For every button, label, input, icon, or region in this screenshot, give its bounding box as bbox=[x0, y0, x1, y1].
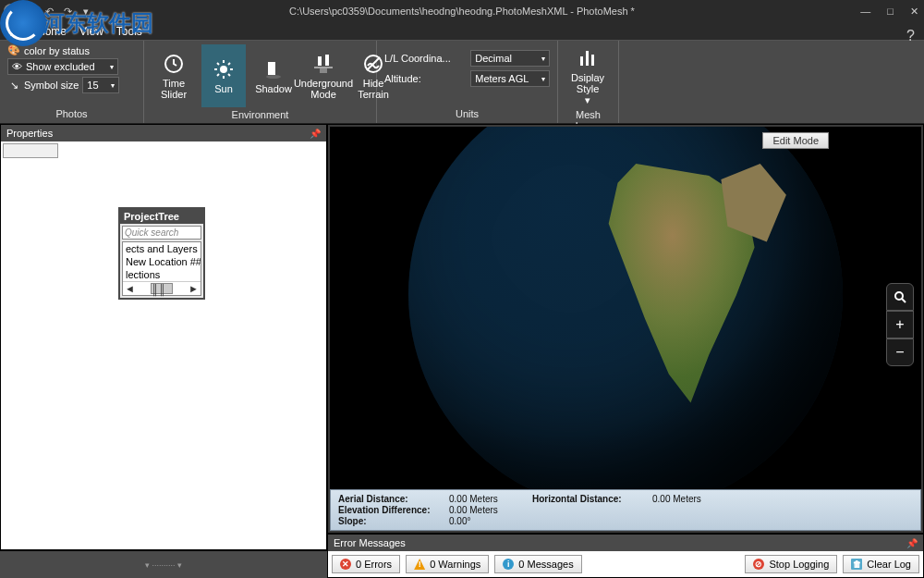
menu-view[interactable]: View bbox=[79, 25, 103, 38]
altitude-select[interactable]: Meters AGL bbox=[470, 70, 550, 87]
eye-icon: 👁 bbox=[12, 61, 22, 72]
errors-header: Error Messages 📌 bbox=[328, 535, 923, 551]
stop-logging-button[interactable]: ⊘Stop Logging bbox=[745, 555, 837, 573]
svg-line-7 bbox=[228, 74, 230, 76]
menu-tools[interactable]: Tools bbox=[116, 25, 142, 38]
underground-mode-button[interactable]: UndergroundMode bbox=[301, 44, 346, 107]
pin-icon[interactable]: 📌 bbox=[906, 538, 918, 548]
menu-home[interactable]: Home bbox=[37, 25, 67, 38]
warning-icon: ! bbox=[414, 559, 425, 570]
svg-rect-15 bbox=[320, 68, 327, 73]
help-icon[interactable]: ? bbox=[906, 28, 915, 44]
svg-rect-20 bbox=[591, 55, 594, 66]
app-icon bbox=[4, 4, 18, 18]
svg-line-8 bbox=[217, 74, 219, 76]
warnings-filter-button[interactable]: !0 Warnings bbox=[406, 555, 489, 573]
svg-rect-12 bbox=[318, 56, 322, 66]
info-icon: i bbox=[503, 559, 514, 570]
ribbon: 🎨 color by status 👁Show excluded ↘ Symbo… bbox=[0, 41, 924, 124]
globe bbox=[408, 127, 843, 489]
svg-rect-18 bbox=[580, 56, 583, 66]
properties-header: Properties 📌 bbox=[1, 125, 326, 141]
group-photos-label: Photos bbox=[7, 106, 136, 119]
scroll-thumb[interactable]: ║║ bbox=[151, 283, 173, 294]
tree-item[interactable]: lections bbox=[123, 268, 201, 281]
sun-icon bbox=[212, 57, 236, 81]
3d-viewport[interactable]: Edit Mode + − bbox=[330, 127, 921, 489]
svg-rect-13 bbox=[325, 55, 329, 66]
properties-tab[interactable] bbox=[3, 143, 58, 158]
svg-line-22 bbox=[902, 299, 906, 302]
qat-dropdown-icon[interactable]: ▾ bbox=[79, 5, 92, 18]
zoom-in-button[interactable]: + bbox=[886, 311, 914, 338]
undo-icon[interactable]: ↶ bbox=[43, 5, 55, 18]
menu-bar: Home View Tools bbox=[0, 22, 924, 41]
save-icon[interactable]: 💾 bbox=[24, 5, 37, 18]
messages-filter-button[interactable]: i0 Messages bbox=[494, 555, 581, 573]
close-button[interactable]: ✕ bbox=[910, 6, 918, 18]
redo-icon[interactable]: ↷ bbox=[61, 5, 74, 18]
svg-line-9 bbox=[228, 63, 230, 65]
minimize-button[interactable]: — bbox=[860, 6, 870, 18]
symbol-size-icon: ↘ bbox=[7, 80, 20, 92]
project-tree-panel[interactable]: ProjectTree Quick search ects and Layers… bbox=[118, 207, 205, 300]
edit-mode-button[interactable]: Edit Mode bbox=[762, 132, 829, 149]
show-excluded-dropdown[interactable]: 👁Show excluded bbox=[7, 58, 118, 75]
title-bar: 💾 ↶ ↷ ▾ C:\Users\pc0359\Documents\heodng… bbox=[0, 0, 924, 22]
window-title: C:\Users\pc0359\Documents\heodng\heodng.… bbox=[289, 6, 635, 17]
shadow-icon bbox=[261, 57, 286, 81]
bars-icon bbox=[576, 46, 600, 70]
group-units-label: Units bbox=[384, 106, 550, 119]
color-by-status-toggle[interactable]: 🎨 color by status bbox=[7, 44, 136, 56]
group-environment-label: Environment bbox=[152, 107, 369, 120]
shadow-button[interactable]: Shadow bbox=[251, 44, 296, 107]
svg-rect-19 bbox=[586, 51, 589, 66]
svg-rect-10 bbox=[268, 62, 275, 75]
project-tree-search[interactable]: Quick search bbox=[122, 226, 201, 240]
zoom-target-button[interactable] bbox=[886, 283, 914, 311]
pin-icon[interactable]: 📌 bbox=[310, 129, 321, 139]
tree-item[interactable]: ects and Layers bbox=[123, 242, 201, 255]
symbol-size-dropdown[interactable]: 15 bbox=[82, 77, 119, 93]
svg-point-21 bbox=[895, 292, 903, 300]
tree-item[interactable]: New Location ##6 bbox=[123, 255, 201, 268]
underground-icon bbox=[311, 52, 335, 76]
scroll-left-icon[interactable]: ◄ bbox=[125, 283, 135, 294]
trash-icon: 🗑 bbox=[851, 559, 862, 570]
altitude-label: Altitude: bbox=[384, 73, 463, 84]
maximize-button[interactable]: □ bbox=[887, 6, 894, 18]
clear-log-button[interactable]: 🗑Clear Log bbox=[843, 555, 919, 573]
errors-filter-button[interactable]: ✕0 Errors bbox=[332, 555, 400, 573]
svg-point-11 bbox=[266, 75, 281, 79]
svg-point-1 bbox=[220, 66, 227, 73]
properties-body bbox=[1, 141, 326, 549]
error-icon: ✕ bbox=[340, 559, 351, 570]
svg-line-6 bbox=[217, 63, 219, 65]
clock-icon bbox=[162, 52, 186, 76]
scroll-right-icon[interactable]: ► bbox=[188, 283, 199, 294]
coord-select[interactable]: Decimal bbox=[470, 50, 550, 67]
sun-button[interactable]: Sun bbox=[201, 44, 246, 107]
stop-icon: ⊘ bbox=[753, 559, 764, 570]
project-tree-title[interactable]: ProjectTree bbox=[120, 209, 203, 224]
zoom-out-button[interactable]: − bbox=[886, 338, 914, 366]
bottom-strip[interactable]: ▾ ·········· ▾ bbox=[0, 550, 327, 578]
status-bar: Aerial Distance:0.00 Meters Horizontal D… bbox=[330, 489, 921, 531]
display-style-button[interactable]: DsiplayStyle▾ bbox=[565, 44, 610, 107]
time-slider-button[interactable]: TimeSlider bbox=[152, 44, 196, 107]
palette-icon: 🎨 bbox=[7, 44, 20, 56]
coord-label: L/L Coordina... bbox=[384, 53, 463, 64]
